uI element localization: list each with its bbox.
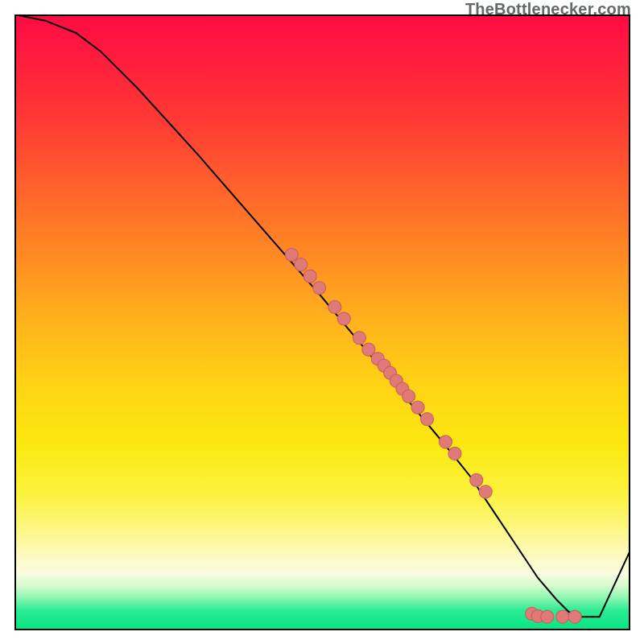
svg-point-18 <box>470 473 483 486</box>
svg-point-14 <box>411 401 424 414</box>
svg-point-23 <box>556 610 569 623</box>
svg-point-2 <box>303 270 316 283</box>
scatter-points <box>285 248 581 623</box>
svg-point-5 <box>337 312 350 325</box>
svg-point-4 <box>328 300 341 313</box>
svg-point-3 <box>313 282 326 295</box>
svg-point-15 <box>421 413 434 426</box>
svg-point-1 <box>295 258 308 271</box>
svg-point-24 <box>568 610 581 623</box>
svg-point-19 <box>479 485 492 498</box>
svg-point-22 <box>541 610 554 623</box>
svg-point-16 <box>439 436 452 448</box>
svg-point-0 <box>285 248 298 261</box>
svg-point-6 <box>353 332 365 345</box>
chart-overlay <box>14 14 630 630</box>
curve-line <box>14 14 630 617</box>
svg-point-17 <box>448 447 461 460</box>
svg-point-13 <box>402 390 415 402</box>
chart-frame: TheBottlenecker.com <box>0 0 644 644</box>
